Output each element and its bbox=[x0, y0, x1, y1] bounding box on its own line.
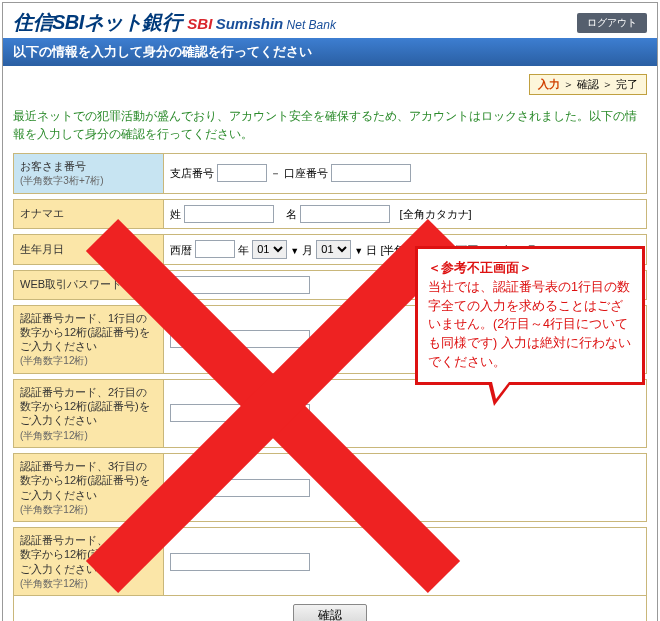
callout-title: ＜参考不正画面＞ bbox=[428, 259, 632, 278]
auth-card-1-input[interactable] bbox=[170, 330, 310, 348]
label-auth-card-2: 認証番号カード、2行目の数字から12桁(認証番号)をご入力ください (半角数字1… bbox=[14, 379, 164, 447]
page-title-bar: 以下の情報を入力して身分の確認を行ってください bbox=[3, 38, 657, 66]
logo-jp: 住信SBIネット銀行 bbox=[13, 9, 181, 36]
auth-card-4-input[interactable] bbox=[170, 553, 310, 571]
dob-month-select[interactable]: 01 bbox=[252, 240, 287, 259]
step-done: 完了 bbox=[616, 78, 638, 90]
label-customer-number: お客さま番号 (半角数字3桁+7桁) bbox=[14, 154, 164, 194]
step-indicator: 入力 ＞ 確認 ＞ 完了 bbox=[529, 74, 647, 95]
callout-body: 当社では、認証番号表の1行目の数字全ての入力を求めることはございません。(2行目… bbox=[428, 278, 632, 372]
label-name: オナマエ bbox=[14, 199, 164, 228]
label-auth-card-4: 認証番号カード、4行目の数字から12桁(認証番号)をご入力ください (半角数字1… bbox=[14, 528, 164, 596]
auth-card-3-input[interactable] bbox=[170, 479, 310, 497]
logo-en-sumishin: Sumishin bbox=[216, 15, 284, 32]
auth-card-2-input[interactable] bbox=[170, 404, 310, 422]
logo-en-netbank: Net Bank bbox=[287, 18, 336, 32]
dob-year-input[interactable] bbox=[195, 240, 235, 258]
logout-button[interactable]: ログアウト bbox=[577, 13, 647, 33]
firstname-input[interactable] bbox=[300, 205, 390, 223]
confirm-row: 確認 bbox=[13, 595, 647, 621]
step-input: 入力 bbox=[538, 78, 560, 90]
warning-text: 最近ネットでの犯罪活動が盛んでおり、アカウント安全を確保するため、アカウントはロ… bbox=[13, 107, 647, 143]
logo: 住信SBIネット銀行 SBI Sumishin Net Bank bbox=[13, 9, 336, 36]
label-dob: 生年月日 bbox=[14, 234, 164, 264]
page-frame: 住信SBIネット銀行 SBI Sumishin Net Bank ログアウト 以… bbox=[2, 2, 658, 621]
header: 住信SBIネット銀行 SBI Sumishin Net Bank ログアウト bbox=[3, 3, 657, 38]
confirm-button[interactable]: 確認 bbox=[293, 604, 367, 621]
label-auth-card-1: 認証番号カード、1行目の数字から12桁(認証番号)をご入力ください (半角数字1… bbox=[14, 305, 164, 373]
warning-callout: ＜参考不正画面＞ 当社では、認証番号表の1行目の数字全ての入力を求めることはござ… bbox=[415, 246, 645, 385]
content: 入力 ＞ 確認 ＞ 完了 最近ネットでの犯罪活動が盛んでおり、アカウント安全を確… bbox=[3, 66, 657, 621]
label-auth-card-3: 認証番号カード、3行目の数字から12桁(認証番号)をご入力ください (半角数字1… bbox=[14, 453, 164, 521]
label-web-password: WEB取引パスワード bbox=[14, 270, 164, 299]
web-password-input[interactable] bbox=[170, 276, 310, 294]
account-input[interactable] bbox=[331, 164, 411, 182]
step-confirm: 確認 bbox=[577, 78, 599, 90]
dob-day-select[interactable]: 01 bbox=[316, 240, 351, 259]
branch-input[interactable] bbox=[217, 164, 267, 182]
logo-en-sbi: SBI bbox=[187, 15, 212, 32]
lastname-input[interactable] bbox=[184, 205, 274, 223]
